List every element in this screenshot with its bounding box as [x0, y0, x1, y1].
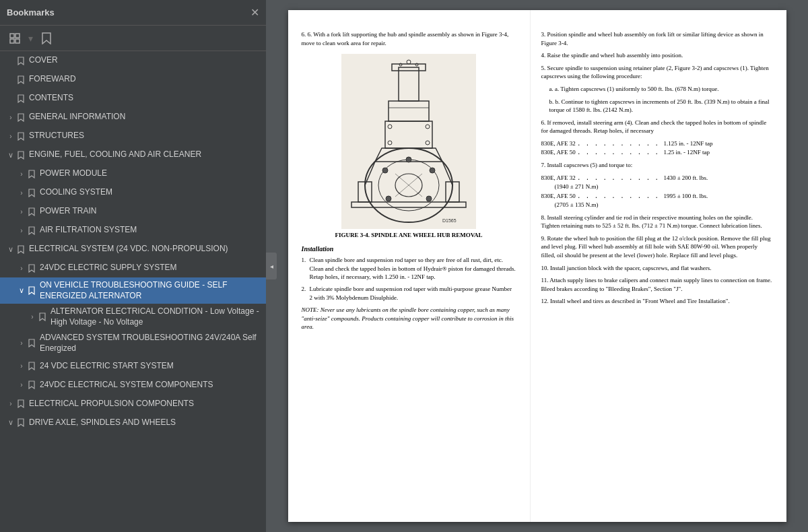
on-vehicle-label: ON VEHICLE TROUBLESHOOTING GUIDE - SELF …: [40, 280, 261, 301]
bookmark-icon-24vdc-supply: [27, 264, 36, 273]
sidebar-title: Bookmarks: [7, 7, 55, 18]
step6-number: 6.: [302, 31, 308, 38]
grid-view-button[interactable]: [5, 30, 24, 46]
step6-text: 6. 6. With a fork lift supporting the hu…: [302, 30, 516, 47]
bookmark-icon-propulsion: [16, 399, 26, 408]
bookmark-item-contents[interactable]: CONTENTS: [0, 89, 266, 108]
bookmark-item-power-train[interactable]: › POWER TRAIN: [0, 202, 266, 221]
svg-rect-3: [15, 39, 20, 43]
bookmark-item-drive-axle[interactable]: ∨ DRIVE AXLE, SPINDLES AND WHEELS: [0, 413, 266, 432]
power-train-label: POWER TRAIN: [40, 206, 96, 217]
right-step5-intro: 5. Secure spindle to suspension using re…: [541, 64, 773, 81]
bookmark-item-24vdc-supply[interactable]: › 24VDC ELECTRIC SUPPLY SYSTEM: [0, 259, 266, 277]
figure-container: D1565 FIGURE 3-4. SPINDLE ANE WHEEL HUB …: [302, 54, 516, 238]
right-step6: 6. If removed, install steering arm (4).…: [541, 119, 773, 135]
bookmark-icon-engine: [16, 151, 26, 160]
bookmark-item-24vdc-start[interactable]: › 24 VDC ELECTRIC START SYSTEM: [0, 357, 266, 376]
engine-label: ENGINE, FUEL, COOLING AND AIR CLEANER: [29, 149, 201, 160]
bookmark-item-foreward[interactable]: FOREWARD: [0, 70, 266, 89]
bookmark-icon-on-vehicle: [27, 286, 36, 295]
svg-rect-1: [15, 34, 20, 38]
electrical-system-label: ELECTRICAL SYSTEM (24 VDC. NON-PROPULSIO…: [29, 244, 228, 255]
right-step3: 3. Position spindle and wheel hub assemb…: [541, 30, 773, 47]
bookmark-item-electrical-propulsion[interactable]: › ELECTRICAL PROPULSION COMPONENTS: [0, 395, 266, 413]
right-step10: 10. Install junction block with the spac…: [541, 264, 773, 273]
electrical-propulsion-label: ELECTRICAL PROPULSION COMPONENTS: [29, 399, 194, 409]
24vdc-supply-label: 24VDC ELECTRIC SUPPLY SYSTEM: [40, 263, 177, 273]
expand-arrow-24vdc-supply: ›: [16, 265, 27, 272]
bookmark-icon-structures: [16, 132, 26, 141]
bookmark-item-electrical-system[interactable]: ∨ ELECTRICAL SYSTEM (24 VDC. NON-PROPULS…: [0, 240, 266, 259]
cooling-system-label: COOLING SYSTEM: [40, 187, 112, 198]
bookmark-icon: [41, 32, 52, 44]
expand-arrow-on-vehicle: ∨: [16, 286, 27, 295]
bookmark-item-structures[interactable]: › STRUCTURES: [0, 127, 266, 145]
page-left-column: 6. 6. With a fork lift supporting the hu…: [288, 10, 531, 522]
expand-arrow-engine: ∨: [5, 151, 16, 160]
svg-text:D1565: D1565: [442, 218, 457, 223]
expand-arrow-structures: ›: [5, 133, 16, 140]
structures-label: STRUCTURES: [29, 131, 84, 141]
expand-arrow-power-module: ›: [16, 170, 27, 178]
installation-heading: Installation: [302, 245, 516, 253]
spec4: 830E, AFE 50 . . . . . . . . . . 1995 ± …: [541, 192, 773, 201]
bookmark-icon-general-info: [16, 113, 26, 122]
bookmark-item-engine[interactable]: ∨ ENGINE, FUEL, COOLING AND AIR CLEANER: [0, 145, 266, 164]
bookmark-item-advanced-troubleshooting[interactable]: › ADVANCED SYSTEM TROUBLESHOOTING 24V/24…: [0, 330, 266, 356]
bookmark-item-alternator-electrical[interactable]: › ALTERNATOR ELECTRICAL CONDITION - Low …: [0, 304, 266, 330]
right-step12: 12. Install wheel and tires as described…: [541, 297, 773, 306]
24vdc-components-label: 24VDC ELECTRICAL SYSTEM COMPONENTS: [40, 380, 213, 391]
svg-rect-4: [341, 54, 476, 229]
bookmark-item-cover[interactable]: COVER: [0, 51, 266, 70]
bookmark-icon-cover: [16, 57, 26, 65]
expand-arrow-24vdc-start: ›: [16, 362, 27, 370]
expand-arrow-advanced: ›: [16, 339, 27, 347]
right-step5a: a. a. Tighten capscrews (1) uniformly to…: [541, 85, 773, 94]
bookmark-icon-drive-axle: [16, 418, 26, 427]
close-button[interactable]: ✕: [250, 7, 259, 18]
bookmark-icon-button[interactable]: [37, 30, 56, 47]
bookmark-icon-contents: [16, 94, 26, 103]
install-step2: 2. Lubricate spindle bore and suspension…: [302, 285, 516, 302]
bookmark-icon-cooling-system: [27, 189, 36, 197]
air-filtration-label: AIR FILTRATION SYSTEM: [40, 225, 137, 236]
spindle-figure: D1565: [341, 54, 476, 229]
svg-point-20: [406, 157, 411, 162]
collapse-arrow-icon: ◂: [270, 263, 273, 270]
bookmark-item-general-info[interactable]: › GENERAL INFORMATION: [0, 108, 266, 127]
bookmark-item-air-filtration[interactable]: › AIR FILTRATION SYSTEM: [0, 221, 266, 240]
main-content-area: ◂ 6. 6. With a fork lift supporting the …: [266, 0, 808, 532]
alternator-label: ALTERNATOR ELECTRICAL CONDITION - Low Vo…: [50, 306, 261, 327]
bookmark-item-24vdc-components[interactable]: › 24VDC ELECTRICAL SYSTEM COMPONENTS: [0, 376, 266, 395]
right-step7: 7. Install capscrews (5) and torque to:: [541, 161, 773, 170]
figure-caption: FIGURE 3-4. SPINDLE ANE WHEEL HUB REMOVA…: [302, 232, 516, 238]
bookmark-icon-24vdc-components: [27, 380, 36, 389]
expand-arrow-24vdc-components: ›: [16, 381, 27, 389]
bookmark-icon-electrical: [16, 245, 26, 254]
bookmark-icon-24vdc-start: [27, 362, 36, 370]
drive-axle-label: DRIVE AXLE, SPINDLES AND WHEELS: [29, 418, 176, 428]
svg-point-22: [426, 196, 432, 201]
sidebar-content[interactable]: COVER FOREWARD CONTENTS › GENERAL INFORM…: [0, 51, 266, 532]
svg-rect-2: [10, 39, 14, 43]
bookmark-icon-air-filtration: [27, 226, 36, 235]
bookmark-icon-foreward: [16, 75, 26, 84]
install-step1: 1. Clean spindle bore and suspension rod…: [302, 256, 516, 281]
bookmark-item-cooling-system[interactable]: › COOLING SYSTEM: [0, 183, 266, 202]
sidebar: Bookmarks ✕ ▾ COVER: [0, 0, 266, 532]
collapse-sidebar-handle[interactable]: ◂: [266, 253, 277, 279]
bookmark-item-power-module[interactable]: › POWER MODULE: [0, 164, 266, 183]
bookmark-item-on-vehicle[interactable]: ∨ ON VEHICLE TROUBLESHOOTING GUIDE - SEL…: [0, 277, 266, 304]
bookmark-icon-power-train: [27, 207, 36, 216]
24vdc-start-label: 24 VDC ELECTRIC START SYSTEM: [40, 361, 174, 372]
expand-arrow-alternator: ›: [27, 313, 38, 321]
document-page: 6. 6. With a fork lift supporting the hu…: [288, 10, 786, 522]
contents-label: CONTENTS: [29, 93, 73, 104]
spec2: 830E, AFE 50 . . . . . . . . . . 1.25 in…: [541, 148, 773, 158]
expand-arrow-propulsion: ›: [5, 400, 16, 407]
expand-arrow-general-info: ›: [5, 114, 16, 121]
bookmark-icon-advanced: [27, 339, 36, 347]
bookmark-icon-alternator: [38, 312, 47, 321]
toolbar-divider: ▾: [28, 33, 33, 44]
spec3-sub: (1940 ± 271 N.m): [541, 182, 773, 192]
